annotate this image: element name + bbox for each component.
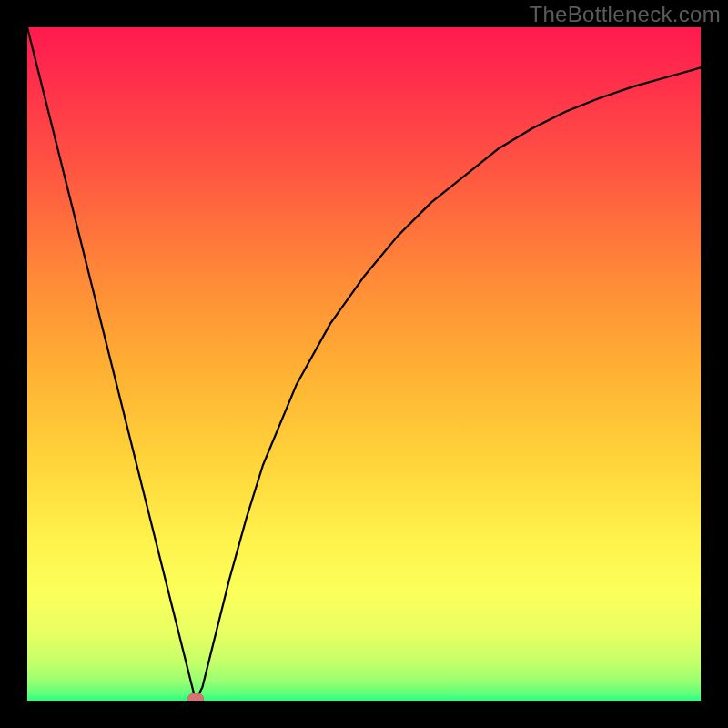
- curve-path: [27, 27, 701, 701]
- optimum-marker: [187, 693, 204, 701]
- plot-area: [27, 27, 701, 701]
- watermark-text: TheBottleneck.com: [529, 2, 721, 27]
- bottleneck-curve: [27, 27, 701, 701]
- chart-frame: TheBottleneck.com: [0, 0, 728, 728]
